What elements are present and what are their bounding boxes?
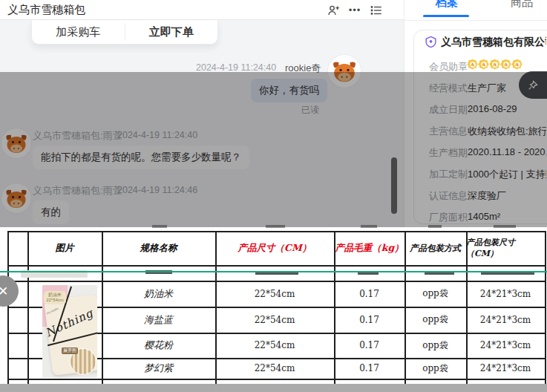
packing-method-cell: opp袋 [404,281,466,307]
company-name: 义乌市雪穗箱包有限公司 [441,36,546,49]
contact-avatar[interactable] [1,128,31,158]
conversation-list-icon[interactable] [367,2,385,18]
product-size-cell: 22*54cm [215,281,334,307]
info-value: 2020.11.18 - 2020.1 [468,146,546,157]
add-contact-icon[interactable] [324,2,342,18]
cropped-text-fragment [361,225,377,228]
active-tab-underline [423,15,469,17]
order-now-button[interactable]: 立即下单 [125,20,218,44]
medal-icon: A [490,59,499,69]
medal-icon: A [479,59,488,69]
gross-weight-cell: 0.17 [334,358,404,379]
photo-color-tag: 奶油米 22*54cm [44,291,66,304]
spec-name-cell: 樱花粉 [102,333,215,358]
product-spec-table-image[interactable]: 图片 规格名称 产品尺寸（CM） 产品毛重（kg） 产品包装方式 产品包装尺寸（… [0,227,547,384]
panel-divider [404,20,547,21]
company-badge-icon [425,36,437,51]
gross-weight-cell: 0.17 [334,281,404,307]
member-medals: AAAAA [468,59,546,71]
incoming-message-bubble: 有的 [33,200,69,224]
cropped-text-fragment [266,225,285,228]
sender-username: rookie奇 [285,62,321,75]
add-to-purchase-cart-button[interactable]: 加采购车 [32,20,125,44]
tab-archive[interactable]: 档案 [436,0,458,10]
info-label: 认证信息 [429,189,468,203]
info-label: 主营信息 [429,125,468,138]
table-border [7,265,546,267]
packing-method-cell: opp袋 [404,333,466,358]
more-options-icon[interactable]: ••• [346,2,364,18]
medal-icon: A [468,59,477,69]
contact-name: 义乌市雪穗箱包:雨萱 [33,129,122,143]
gross-weight-cell: 0.17 [334,307,404,333]
chat-scrollbar-thumb[interactable] [391,157,397,214]
pin-panel-button[interactable] [519,71,547,99]
col-header-packing-size: 产品包装尺寸（CM） [466,231,545,265]
info-label: 生产档期 [429,146,468,160]
message-timestamp: 2024-4-19 11:24:40 [117,130,197,140]
screenshot-dim-overlay [0,384,547,392]
col-header-image: 图片 [27,231,102,265]
chat-title: 义乌市雪穗箱包 [7,3,85,17]
info-value: 收纳袋收纳包:旅行包 [468,125,546,138]
message-timestamp: 2024-4-19 11:24:46 [117,185,197,195]
info-value: 1000个起订 | 支持贴 [468,168,546,181]
product-size-cell: 22*54cm [215,307,334,333]
col-header-product-size: 产品尺寸（CM） [215,231,334,265]
info-value: 1405m² [468,211,546,222]
info-value: 深度验厂 [468,189,546,203]
packing-method-cell: opp袋 [404,358,466,379]
spec-name-cell: 海盐蓝 [102,307,215,333]
spec-name-cell: 奶油米 [102,281,215,307]
info-label: 成立日期 [429,103,468,117]
medal-icon: A [501,59,511,69]
info-label: 厂房面积 [429,211,468,224]
cropped-text-fragment [494,225,516,228]
packing-method-cell: opp袋 [404,307,466,333]
message-timestamp: 2024-4-19 11:24:40 [196,62,276,73]
outgoing-message-bubble: 你好，有货吗 [251,79,327,102]
cropped-text-fragment [152,225,167,228]
medal-icon: A [512,59,522,69]
product-size-cell: 22*54cm [215,358,334,379]
packing-size-cell: 24*21*3cm [466,307,545,333]
info-label: 会员勋章 [429,60,468,74]
col-header-spec-name: 规格名称 [102,231,215,265]
packing-size-cell: 24*21*3cm [466,358,545,379]
incoming-message-bubble: 能拍下的都是有货的呢。您需要多少数量呢？ [33,146,249,169]
app-window: 义乌市雪穗箱包 ••• 加采购车 立即下单 2024-4-19 11:24:40… [0,0,547,392]
read-status: 已读 [301,104,319,117]
product-photo: my studio Nothing 奶油米 22*54cm 展开图 [42,285,97,378]
col-header-gross-weight: 产品毛重（kg） [334,231,404,265]
photo-inset-label: 展开图 [62,347,78,354]
close-icon: ✕ [0,284,8,299]
product-size-cell: 22*54cm [215,333,334,358]
spec-name-cell: 梦幻紫 [102,358,215,379]
table-border [7,379,546,380]
packing-size-cell: 24*21*3cm [466,281,545,307]
col-header-packing-method: 产品包装方式 [404,231,466,265]
user-avatar[interactable] [328,55,361,88]
contact-avatar[interactable] [1,183,31,213]
product-action-dropdown: 加采购车 立即下单 [31,20,218,45]
info-label: 经营模式 [429,82,468,95]
cropped-text-fragment [428,225,442,228]
info-label: 加工定制 [429,168,468,181]
gross-weight-cell: 0.17 [334,333,404,358]
chat-titlebar: 义乌市雪穗箱包 ••• [0,0,404,20]
info-value: 2016-08-29 [468,103,546,114]
tab-goods[interactable]: 商品 [511,0,533,10]
packing-size-cell: 24*21*3cm [466,333,545,358]
capture-guide-line [0,271,547,272]
contact-name: 义乌市雪穗箱包:雨萱 [33,184,122,197]
